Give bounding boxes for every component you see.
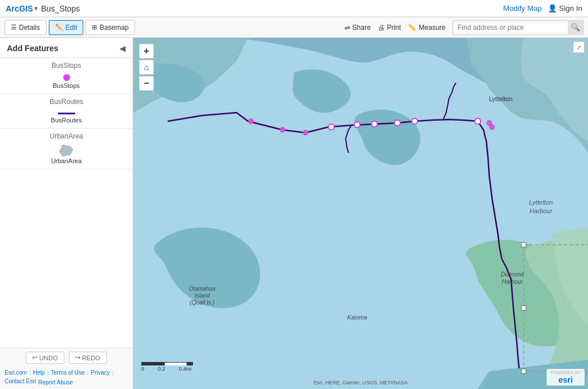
busstops-dot-icon	[63, 74, 70, 81]
basemap-button[interactable]: ⊞ Basemap	[86, 20, 135, 35]
powered-by-label: POWERED BY	[550, 370, 581, 375]
svg-text:Island: Island	[195, 292, 210, 299]
print-icon: 🖨	[378, 24, 385, 32]
footer-link-privacy[interactable]: Privacy	[91, 369, 110, 376]
undo-button[interactable]: ↩ UNDO	[26, 352, 64, 364]
measure-button[interactable]: 📏 Measure	[408, 24, 446, 32]
topbar-right: Modify Map 👤 Sign In	[503, 4, 582, 13]
urbanarea-group-label: UrbanArea	[0, 129, 133, 142]
svg-point-15	[328, 124, 334, 130]
main-content: Add Features ◀ BusStops BusStops BusRout…	[0, 38, 588, 389]
footer-link-help[interactable]: Help	[33, 369, 45, 376]
toolbar: ☰ Details ✏️ Edit ⊞ Basemap ⇌ Share 🖨 Pr…	[0, 17, 588, 38]
busroutes-item-label: BusRoutes	[51, 117, 82, 124]
footer-link-report[interactable]: Report Abuse	[38, 379, 73, 386]
search-input[interactable]	[453, 24, 568, 32]
map-area[interactable]: Lyttelton Harbour Diamond Harbour Otamah…	[133, 38, 588, 389]
svg-point-20	[490, 125, 494, 129]
svg-text:Harbour: Harbour	[529, 207, 553, 214]
redo-icon: ↪	[75, 354, 80, 361]
search-button[interactable]: 🔍	[568, 20, 583, 35]
urbanarea-item[interactable]: UrbanArea	[0, 142, 133, 169]
svg-point-17	[280, 128, 285, 132]
undo-icon: ↩	[32, 354, 37, 361]
svg-text:Kaioroa: Kaioroa	[347, 314, 368, 321]
footer-link-esri[interactable]: Esri.com	[5, 369, 27, 376]
undo-redo-bar: ↩ UNDO ↪ REDO	[0, 348, 133, 367]
scale-label-04: 0.4mi	[179, 366, 192, 372]
topbar-left: ArcGIS ▾ Bus_Stops	[6, 4, 80, 13]
zoom-out-button[interactable]: −	[139, 76, 154, 91]
map-attribution: Esri, HERE, Garmin, USGS, METI/NASA	[314, 380, 408, 386]
footer-links: Esri.com | Help | Terms of Use | Privacy…	[0, 367, 133, 389]
sidebar: Add Features ◀ BusStops BusStops BusRout…	[0, 38, 133, 389]
scale-segment-3	[187, 362, 193, 365]
busroutes-item[interactable]: BusRoutes	[0, 108, 133, 128]
expand-button[interactable]: ⤢	[573, 41, 585, 53]
svg-text:Otamahua: Otamahua	[189, 286, 216, 292]
map-title: Bus_Stops	[41, 4, 80, 13]
arcgis-name: ArcGIS	[6, 4, 33, 13]
print-button[interactable]: 🖨 Print	[378, 24, 401, 32]
busroutes-group-label: BusRoutes	[0, 94, 133, 108]
scale-segment-2	[164, 362, 187, 365]
measure-icon: 📏	[408, 24, 416, 32]
scale-label-0: 0	[141, 366, 144, 372]
scale-labels: 0 0.2 0.4mi	[141, 366, 192, 372]
scale-label-02: 0.2	[158, 366, 165, 372]
scale-segment-1	[141, 362, 164, 365]
redo-button[interactable]: ↪ REDO	[69, 352, 107, 364]
urbanarea-item-label: UrbanArea	[51, 157, 82, 164]
modify-map-button[interactable]: Modify Map	[503, 4, 541, 13]
svg-text:(Quail Is.): (Quail Is.)	[189, 299, 214, 306]
feature-group-busroutes: BusRoutes BusRoutes	[0, 94, 133, 129]
feature-group-urbanarea: UrbanArea UrbanArea	[0, 129, 133, 170]
svg-point-13	[372, 121, 377, 127]
details-icon: ☰	[11, 24, 17, 31]
arcgis-logo[interactable]: ArcGIS ▾	[6, 4, 37, 13]
scale-line: 0 0.2 0.4mi	[141, 361, 193, 372]
home-button[interactable]: ⌂	[139, 60, 154, 75]
search-icon: 🔍	[571, 23, 581, 32]
toolbar-left: ☰ Details ✏️ Edit ⊞ Basemap	[5, 20, 135, 35]
sidebar-header: Add Features ◀	[0, 38, 133, 58]
sidebar-collapse-button[interactable]: ◀	[119, 44, 126, 53]
map-svg: Lyttelton Harbour Diamond Harbour Otamah…	[133, 38, 588, 389]
sidebar-bottom: ↩ UNDO ↪ REDO Esri.com | Help | Terms of…	[0, 348, 133, 389]
arcgis-caret-icon: ▾	[34, 5, 37, 11]
edit-icon: ✏️	[55, 24, 63, 31]
busstops-item[interactable]: BusStops	[0, 72, 133, 94]
busstops-item-label: BusStops	[53, 82, 80, 89]
map-controls: + ⌂ −	[139, 44, 154, 91]
edit-button[interactable]: ✏️ Edit	[49, 20, 84, 35]
esri-logo: esri	[558, 375, 572, 384]
svg-point-12	[394, 120, 400, 126]
svg-text:Lyttelton: Lyttelton	[529, 199, 552, 206]
zoom-in-button[interactable]: +	[139, 44, 154, 59]
footer-link-contact[interactable]: Contact Esri	[5, 378, 36, 386]
basemap-icon: ⊞	[92, 24, 97, 31]
topbar: ArcGIS ▾ Bus_Stops Modify Map 👤 Sign In	[0, 0, 588, 17]
busstops-group-label: BusStops	[0, 58, 133, 72]
svg-text:Diamond: Diamond	[501, 271, 524, 278]
sign-in-button[interactable]: 👤 Sign In	[548, 4, 582, 13]
svg-point-10	[475, 118, 481, 124]
footer-link-terms[interactable]: Terms of Use	[51, 369, 85, 376]
svg-point-11	[412, 118, 417, 124]
sign-in-label: Sign In	[559, 4, 582, 13]
scale-bar: 0 0.2 0.4mi	[141, 361, 193, 372]
svg-point-14	[354, 122, 360, 128]
esri-badge: POWERED BY esri	[547, 369, 585, 386]
share-button[interactable]: ⇌ Share	[345, 24, 371, 32]
feature-group-busstops: BusStops BusStops	[0, 58, 133, 94]
urbanarea-polygon-icon	[60, 145, 74, 156]
add-features-title: Add Features	[7, 44, 58, 53]
svg-text:Harbour: Harbour	[502, 279, 523, 285]
toolbar-right: ⇌ Share 🖨 Print 📏 Measure 🔍	[345, 20, 583, 35]
svg-rect-5	[521, 306, 526, 310]
svg-point-16	[303, 130, 308, 135]
busroutes-line-icon	[58, 113, 75, 114]
svg-rect-7	[521, 369, 526, 373]
svg-point-18	[249, 119, 253, 124]
details-button[interactable]: ☰ Details	[5, 20, 47, 35]
